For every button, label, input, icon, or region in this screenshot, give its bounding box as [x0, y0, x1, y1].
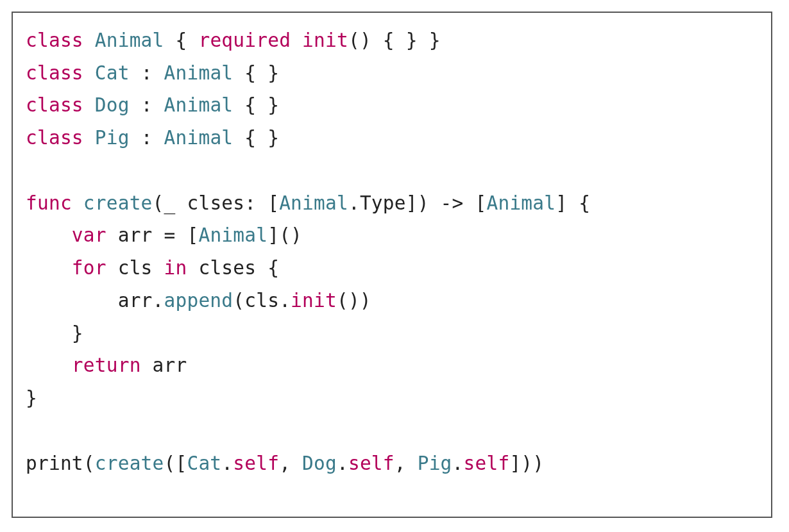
code-text: (_ clses: [	[153, 192, 280, 214]
type-dog: Dog	[95, 94, 130, 116]
kw-in: in	[164, 257, 187, 279]
code-text: { }	[233, 94, 279, 116]
code-text: () { } }	[348, 29, 441, 51]
code-text: arr.	[118, 290, 164, 312]
kw-func: func	[26, 192, 72, 214]
type-animal: Animal	[279, 192, 348, 214]
fn-init: init	[291, 290, 337, 312]
type-dog: Dog	[302, 453, 337, 474]
prop-self: self	[464, 453, 510, 474]
fn-create: create	[83, 192, 153, 214]
code-text	[26, 224, 72, 246]
code-text: {	[164, 29, 199, 51]
type-animal: Animal	[486, 192, 556, 214]
code-text: ,	[279, 453, 302, 474]
kw-for: for	[72, 257, 106, 279]
code-text: .	[337, 453, 348, 474]
type-animal: Animal	[164, 62, 233, 84]
kw-class: class	[26, 94, 83, 116]
code-text: ]()	[267, 224, 302, 246]
code-text: }	[72, 322, 83, 344]
code-text: ,	[394, 453, 418, 474]
code-text	[26, 290, 118, 312]
code-text: :	[130, 127, 164, 149]
code-text	[72, 192, 83, 214]
code-text: print(	[26, 453, 95, 474]
code-text: Type	[360, 192, 406, 214]
code-text: cls	[106, 257, 164, 279]
code-text: :	[130, 62, 164, 84]
type-cat: Cat	[187, 453, 221, 474]
code-text	[26, 257, 72, 279]
code-text: arr	[141, 354, 187, 376]
code-block: class Animal { required init() { } } cla…	[26, 24, 758, 479]
kw-required: required	[198, 29, 291, 51]
code-text	[26, 322, 72, 344]
code-text: { }	[233, 127, 279, 149]
code-text: :	[130, 94, 164, 116]
code-text: ] {	[556, 192, 590, 214]
code-text: ())	[337, 290, 371, 312]
code-text: (cls.	[233, 290, 291, 312]
code-text	[26, 354, 72, 376]
type-animal: Animal	[164, 94, 233, 116]
code-text: ]))	[509, 453, 544, 474]
code-text: .	[348, 192, 360, 214]
kw-class: class	[26, 29, 83, 51]
code-text: { }	[233, 62, 279, 84]
type-animal: Animal	[198, 224, 267, 246]
type-cat: Cat	[95, 62, 130, 84]
prop-self: self	[233, 453, 279, 474]
code-text: .	[452, 453, 464, 474]
fn-append: append	[164, 290, 233, 312]
code-text	[291, 29, 302, 51]
code-text: ]) -> [	[406, 192, 487, 214]
code-text: ([	[164, 453, 187, 474]
fn-create: create	[95, 453, 164, 474]
code-text: }	[26, 387, 37, 409]
type-animal: Animal	[95, 29, 164, 51]
type-pig: Pig	[418, 453, 452, 474]
kw-class: class	[26, 127, 83, 149]
kw-class: class	[26, 62, 83, 84]
type-animal: Animal	[164, 127, 233, 149]
type-pig: Pig	[95, 127, 130, 149]
kw-return: return	[72, 354, 141, 376]
prop-self: self	[348, 453, 394, 474]
kw-init: init	[302, 29, 348, 51]
code-text: .	[221, 453, 233, 474]
code-frame: class Animal { required init() { } } cla…	[12, 12, 772, 518]
code-text: arr = [	[106, 224, 199, 246]
kw-var: var	[72, 224, 106, 246]
code-text: clses {	[187, 257, 279, 279]
